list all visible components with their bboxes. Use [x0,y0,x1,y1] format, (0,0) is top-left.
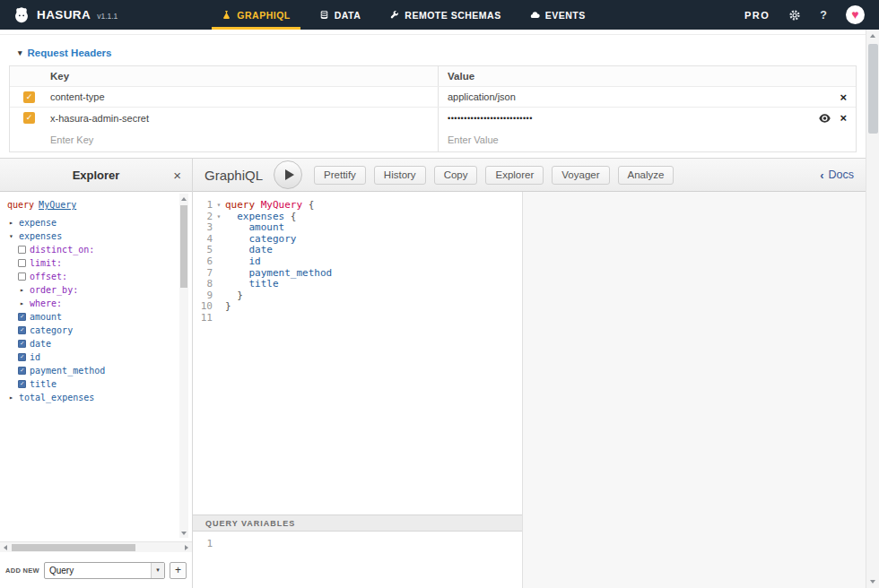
wrench-icon [389,10,399,20]
field-checkbox[interactable]: ✓ [18,313,26,321]
explorer-item-label: offset: [30,272,67,281]
new-header-row [10,128,856,151]
field-checkbox[interactable] [18,246,26,254]
operation-keyword: query [7,200,34,210]
explorer-item-offset[interactable]: offset: [7,270,192,283]
header-value-input[interactable]: •••••••••••••••••••••••••• [448,114,810,123]
explorer-item-label: category [30,325,73,335]
remove-header-icon[interactable]: × [840,91,847,103]
add-operation-button[interactable]: + [170,562,187,579]
column-key: Key [50,71,438,82]
explorer-item-where[interactable]: ▸where: [7,297,192,310]
explorer-item-payment-method[interactable]: ✓payment_method [7,364,192,377]
explorer-item-expense[interactable]: ▸expense [7,216,192,229]
nav-right: PRO ? ♥ [744,0,879,30]
nav-item-label: DATA [335,10,361,21]
query-variables-bar[interactable]: QUERY VARIABLES [193,514,522,532]
nav-item-graphiql[interactable]: GRAPHIQL [207,0,304,30]
field-checkbox[interactable]: ✓ [18,380,26,388]
help-icon[interactable]: ? [820,9,827,22]
docs-button[interactable]: ‹ Docs [820,169,854,182]
scroll-down-icon[interactable] [179,528,188,538]
query-editor[interactable]: 1▾query MyQuery {2▾ expenses {3 amount4 … [193,192,522,514]
operation-type-select[interactable]: Query ▾ [44,562,165,579]
explorer-item-distinct-on[interactable]: distinct_on: [7,243,192,256]
header-enabled-checkbox[interactable]: ✓ [23,112,35,124]
scroll-right-icon[interactable] [181,542,192,553]
variables-editor[interactable]: 1 [193,532,522,588]
explorer-item-order-by[interactable]: ▸order_by: [7,283,192,297]
field-checkbox[interactable]: ✓ [18,340,26,348]
toolbar-button-prettify[interactable]: Prettify [314,166,366,185]
scroll-down-icon[interactable] [866,575,879,588]
line-number: 1 [193,200,213,212]
heart-icon: ♥ [851,8,858,21]
nav-item-label: REMOTE SCHEMAS [405,10,500,21]
explorer-item-label: title [30,379,57,389]
pro-badge[interactable]: PRO [744,10,770,21]
new-header-value-input[interactable] [448,128,847,151]
toolbar-button-copy[interactable]: Copy [434,166,478,185]
scrollbar-thumb[interactable] [180,205,187,288]
hasura-brand[interactable]: HASURA v1.1.1 [0,0,130,30]
explorer-close-icon[interactable]: × [173,169,181,182]
explorer-vertical-scrollbar[interactable] [179,194,188,538]
toolbar-button-explorer[interactable]: Explorer [485,166,544,185]
flask-icon [222,10,231,20]
explorer-item-date[interactable]: ✓date [7,337,192,350]
line-number: 6 [193,256,213,268]
new-header-key-input[interactable] [50,128,438,151]
column-value: Value [448,71,847,82]
explorer-item-expenses[interactable]: ▾expenses [7,229,192,243]
explorer-item-title[interactable]: ✓title [7,377,192,391]
explorer-item-label: order_by: [30,285,78,295]
eye-icon[interactable] [819,114,831,123]
graphiql-editors: 1▾query MyQuery {2▾ expenses {3 amount4 … [193,192,866,588]
operation-name[interactable]: MyQuery [39,200,76,210]
gear-icon[interactable] [788,9,801,22]
remove-header-icon[interactable]: × [840,112,847,124]
fold-arrow-icon: ▾ [213,200,225,212]
explorer-item-label: total_expenses [19,393,94,402]
request-headers-toggle[interactable]: ▾ Request Headers [9,48,112,58]
line-number: 3 [193,222,213,234]
explorer-item-category[interactable]: ✓category [7,324,192,337]
field-checkbox[interactable]: ✓ [18,353,26,361]
scrollbar-thumb[interactable] [12,544,135,551]
header-enabled-checkbox[interactable]: ✓ [23,91,35,103]
explorer-item-amount[interactable]: ✓amount [7,310,192,324]
main-area: Explorer × query MyQuery ▸expense▾expens… [0,158,866,588]
scroll-up-icon[interactable] [866,30,879,42]
page-scrollbar[interactable] [866,30,879,588]
explorer-item-id[interactable]: ✓id [7,350,192,364]
graphiql-logo: GraphiQL [205,168,263,183]
field-checkbox[interactable] [18,259,26,267]
field-checkbox[interactable]: ✓ [18,367,26,375]
scrollbar-thumb[interactable] [868,44,878,134]
field-checkbox[interactable] [18,272,26,281]
nav-item-remote-schemas[interactable]: REMOTE SCHEMAS [375,0,515,30]
explorer-item-label: distinct_on: [30,245,94,255]
toolbar-button-history[interactable]: History [374,166,426,185]
nav-item-data[interactable]: DATA [305,0,376,30]
toolbar-buttons: PrettifyHistoryCopyExplorerVoyagerAnalyz… [314,166,674,185]
explorer-item-limit[interactable]: limit: [7,256,192,270]
scroll-up-icon[interactable] [179,194,188,203]
toolbar-button-analyze[interactable]: Analyze [618,166,674,185]
explorer-horizontal-scrollbar[interactable] [0,541,192,552]
scroll-left-icon[interactable] [0,542,11,553]
nav-items: GRAPHIQLDATAREMOTE SCHEMASEVENTS [207,0,599,30]
explorer-item-label: amount [30,312,62,322]
toolbar-button-voyager[interactable]: Voyager [552,166,609,185]
explorer-item-total-expenses[interactable]: ▸total_expenses [7,391,192,404]
header-key-input[interactable]: x-hasura-admin-secret [50,113,438,124]
line-number: 8 [193,279,213,290]
heart-avatar[interactable]: ♥ [846,5,865,24]
nav-item-events[interactable]: EVENTS [516,0,600,30]
header-key-input[interactable]: content-type [50,91,438,102]
execute-query-button[interactable] [274,160,302,189]
docs-label: Docs [829,169,854,181]
header-value-input[interactable]: application/json [448,91,831,102]
field-checkbox[interactable]: ✓ [18,326,26,334]
nav-item-label: EVENTS [545,10,586,21]
